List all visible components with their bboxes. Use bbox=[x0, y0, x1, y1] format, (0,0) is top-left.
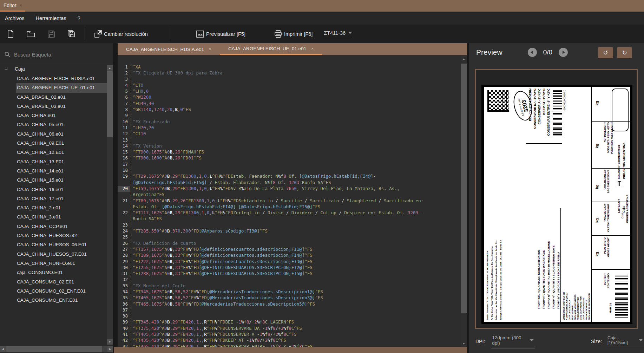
code-line[interactable]: 3 bbox=[118, 77, 461, 83]
code-line[interactable]: 11^LH70,70 bbox=[118, 125, 461, 131]
code-line[interactable]: 4^LT0 bbox=[118, 83, 461, 89]
sidebar-item-file[interactable]: caja_CONSUMO.E01 bbox=[0, 268, 107, 277]
code-line[interactable]: Runfo SA^FS bbox=[118, 216, 461, 222]
code-line[interactable]: 26^FX Definicion de cuarto bbox=[118, 241, 461, 247]
scroll-up-arrow-icon[interactable]: ▲ bbox=[461, 56, 467, 61]
sidebar-item-file[interactable]: CAJA_CHINA_13.E01 bbox=[0, 157, 107, 166]
sidebar-horizontal-scrollbar[interactable]: ◀ ▶ bbox=[0, 346, 113, 352]
code-line[interactable]: 31^FT288,1675^A0B,33^FH%^FD[@DEFINICIONE… bbox=[118, 271, 461, 277]
code-line[interactable]: 7^FO40,40 bbox=[118, 101, 461, 107]
scrollbar-thumb[interactable] bbox=[461, 64, 467, 313]
code-area[interactable]: 1^XA2^FX Etiqueta UE 300 dpi para Zebra3… bbox=[118, 55, 461, 347]
editor-tab[interactable]: CAJA_ARGENFLEISCH_RUSIA.e01× bbox=[118, 43, 220, 55]
code-line[interactable]: 34^FT345,1675^A0B,58,52^FH%^FD[@Mercader… bbox=[118, 289, 461, 295]
next-page-button[interactable] bbox=[559, 48, 568, 57]
code-line[interactable]: 38 bbox=[118, 313, 461, 319]
code-line[interactable]: 13 bbox=[118, 137, 461, 143]
code-line[interactable]: 24^FT285,550^A0B,370,300^FD[@Amparos.sCo… bbox=[118, 228, 461, 234]
rotate-counterclockwise-button[interactable]: ↺ bbox=[598, 47, 613, 58]
sidebar-item-file[interactable]: CAJA_CONSUMO_02_ENF.E01 bbox=[0, 287, 107, 296]
editor-tab[interactable]: CAJA_ARGENFLEISCH_UE_01.e01× bbox=[220, 43, 322, 55]
editor-vertical-scrollbar[interactable]: ▲ ▼ bbox=[461, 55, 467, 347]
code-line[interactable]: 15^FT900,1675^A0B,29^FDMAH^FS bbox=[118, 149, 461, 155]
code-line[interactable]: 19^FT29,1675^A0B,29^FB1300,1,0,L^FH%^FDE… bbox=[118, 174, 461, 179]
sidebar-item-file[interactable]: CAJA_CHINA_17.e01 bbox=[0, 194, 107, 203]
sidebar-item-file[interactable]: CAJA_CONSUMO_ENF.E01 bbox=[0, 296, 107, 305]
dpi-select[interactable]: 12dpmm (300 dpi) bbox=[491, 334, 535, 348]
scrollbar-thumb[interactable] bbox=[6, 346, 102, 352]
scrollbar-thumb[interactable] bbox=[107, 71, 113, 137]
window-tab-editor[interactable]: Editor × bbox=[0, 0, 25, 12]
sidebar-item-file[interactable]: CAJA_BRASIL_03.e01 bbox=[0, 102, 107, 111]
sidebar-item-file[interactable]: CAJA_CHINA.e01 bbox=[0, 111, 107, 120]
code-line[interactable]: 37 bbox=[118, 307, 461, 313]
code-line[interactable]: 35^FT405,1675^A0B,58,52^FH%^FD[@Mercader… bbox=[118, 295, 461, 301]
code-line[interactable]: 12^CI10 bbox=[118, 131, 461, 137]
print-button[interactable]: Imprimir [F6] bbox=[274, 30, 313, 38]
code-line[interactable]: 25 bbox=[118, 234, 461, 240]
printer-select[interactable]: ZT411-36 bbox=[323, 30, 353, 38]
sidebar-item-file[interactable]: CAJA_ARGENFLEISCH_RUSIA.e01 bbox=[0, 74, 107, 83]
tab-close-icon[interactable]: × bbox=[311, 46, 314, 51]
rotate-clockwise-button[interactable]: ↻ bbox=[617, 47, 632, 58]
sidebar-vertical-scrollbar[interactable]: ▲ ▼ bbox=[107, 65, 113, 345]
code-line[interactable]: 6^PW1200 bbox=[118, 94, 461, 100]
tree-root-caja[interactable]: Caja bbox=[0, 64, 107, 74]
sidebar-item-file[interactable]: CAJA_CHINA_HUESOS.e01 bbox=[0, 231, 107, 240]
code-line[interactable]: 30^FT255,1675^A0B,33^FH%^FD[@DEFINICIONE… bbox=[118, 265, 461, 271]
code-line[interactable]: 29^FT222,1675^A0B,33^FH%^FD[@Definicione… bbox=[118, 259, 461, 265]
scroll-right-arrow-icon[interactable]: ▶ bbox=[107, 346, 113, 352]
code-line[interactable]: 42^FT435,420^A0B,29^FB420,1,,R^FH%^FDKEE… bbox=[118, 338, 461, 344]
sidebar-item-file[interactable]: CAJA_CHINA_16.e01 bbox=[0, 185, 107, 194]
menu-archivos[interactable]: Archivos bbox=[5, 15, 25, 21]
scroll-up-arrow-icon[interactable]: ▲ bbox=[107, 65, 113, 71]
code-line[interactable]: 9 bbox=[118, 113, 461, 119]
editor-horizontal-scrollbar[interactable] bbox=[114, 347, 467, 353]
code-line[interactable]: 16^FT900,1600^A0B,29^FD01^FS bbox=[118, 155, 461, 161]
tab-close-icon[interactable]: × bbox=[209, 47, 211, 52]
sidebar-item-file[interactable]: CAJA_CHINA_05.e01 bbox=[0, 120, 107, 129]
sidebar-item-file[interactable]: CAJA_CHINA_HUESOS_06.E01 bbox=[0, 240, 107, 249]
code-line[interactable]: 43^FT465,420^A0B,29^FB420,1,,R^FH%^FDCON… bbox=[118, 344, 461, 347]
code-line[interactable]: 18 bbox=[118, 168, 461, 174]
sidebar-item-file[interactable]: CAJA_BRASIL_02.e01 bbox=[0, 93, 107, 102]
sidebar-item-file[interactable]: CAJA_CHINA_06.e01 bbox=[0, 130, 107, 139]
sidebar-item-file[interactable]: CAJA_CHINA_12.E01 bbox=[0, 148, 107, 157]
sidebar-item-file[interactable]: CAJA_CHINA_3.e01 bbox=[0, 213, 107, 222]
code-line[interactable]: 36^FT465,1675^A0B,58^FH%^FD[@Mercaderias… bbox=[118, 301, 461, 307]
code-line[interactable]: 17 bbox=[118, 162, 461, 168]
code-line[interactable]: 21^FT89,1675^A0B,29,26^FB1300,1,0,L^FH%^… bbox=[118, 198, 461, 204]
save-button[interactable] bbox=[45, 28, 57, 40]
code-line[interactable]: 32 bbox=[118, 277, 461, 283]
previous-page-button[interactable] bbox=[528, 48, 537, 57]
new-file-button[interactable] bbox=[5, 28, 17, 40]
save-all-button[interactable] bbox=[66, 28, 78, 40]
code-line[interactable]: 10^FX Encabezado bbox=[118, 119, 461, 125]
sidebar-item-file[interactable]: CAJA_CHINA_15.e01 bbox=[0, 176, 107, 185]
size-select[interactable]: Caja - [10x15cm] bbox=[607, 335, 644, 348]
scrollbar-thumb[interactable] bbox=[114, 347, 467, 353]
collapse-icon[interactable] bbox=[4, 67, 8, 71]
open-folder-button[interactable] bbox=[25, 28, 37, 40]
sidebar-item-file[interactable]: CAJA_CHINA_HUESOS_07.E01 bbox=[0, 250, 107, 259]
search-input[interactable] bbox=[14, 52, 95, 58]
sidebar-item-file[interactable]: CAJA_CHINA_CCP.e01 bbox=[0, 222, 107, 231]
code-line[interactable]: [@DatosFrigo.hEstabFid;FI5@] / Estab. El… bbox=[118, 180, 461, 186]
code-line[interactable]: 5^LH0,0 bbox=[118, 89, 461, 94]
menu-herramientas[interactable]: Herramientas bbox=[36, 15, 66, 21]
code-line[interactable]: 8^GB1140,1740,20,B,0^FS bbox=[118, 107, 461, 113]
sidebar-item-file[interactable]: CAJA_CONSUMO_02.E01 bbox=[0, 277, 107, 287]
code-line[interactable]: 28^FT189,1675^A0B,33^FH%^FD[@definicione… bbox=[118, 253, 461, 259]
code-line[interactable]: 2^FX Etiqueta UE 300 dpi para Zebra bbox=[118, 70, 461, 76]
sidebar-item-file[interactable]: CAJA_CHINA_14.e01 bbox=[0, 166, 107, 176]
code-line[interactable]: 39^FT345,420^A0B,29^FB420,1,,R^FH%^FDBEI… bbox=[118, 319, 461, 325]
code-line[interactable]: 41^FT405,420^A0B,29^FB420,1,,R^FH%^FDCON… bbox=[118, 332, 461, 338]
code-line[interactable]: Argentina^FS bbox=[118, 192, 461, 198]
code-line[interactable]: 22^FT117,1675^A0B,29^FB1300,1,0,L^FH%^FD… bbox=[118, 210, 461, 216]
sidebar-item-file[interactable]: CAJA_CHINA_RUNFO.e01 bbox=[0, 259, 107, 268]
code-line[interactable]: 33^FX Nombre del Corte bbox=[118, 283, 461, 289]
code-line[interactable]: 40^FT375,420^A0B,29^FB420,1,,R^FH%^FDCON… bbox=[118, 326, 461, 332]
preview-button[interactable]: Previsualizar [F5] bbox=[196, 31, 245, 38]
code-line[interactable]: 27^FT157,1675^A0B,33^FH%^FD[@definicione… bbox=[118, 247, 461, 253]
code-line[interactable]: 1^XA bbox=[118, 64, 461, 70]
